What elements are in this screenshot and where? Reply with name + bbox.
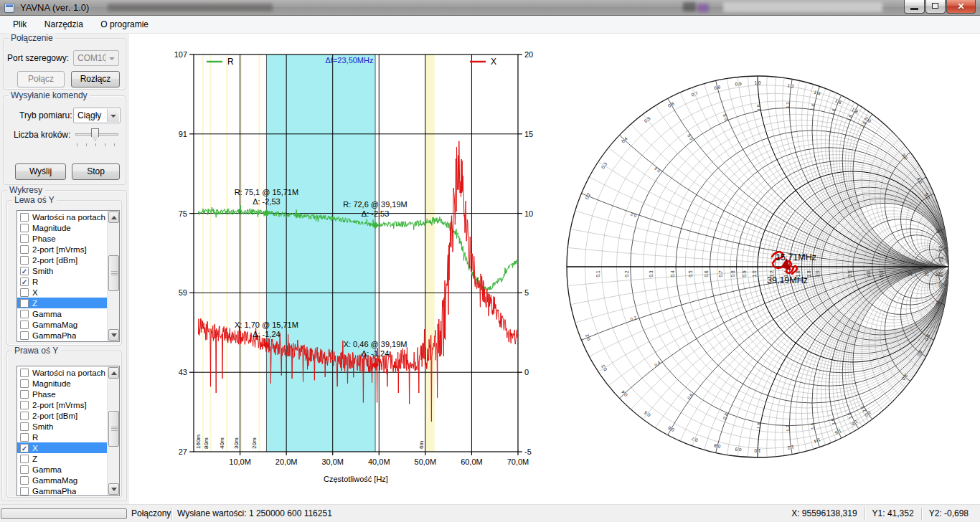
restore-button[interactable] [925,0,946,14]
marker-annotation: R: 75,1 @ 15,71M [235,188,298,196]
checkbox-icon[interactable] [20,465,29,474]
marker-annotation: R: 72,6 @ 39,19M [343,200,407,209]
checkbox-icon[interactable] [20,476,29,485]
scrollbar[interactable] [107,366,119,495]
checkbox-icon[interactable] [20,390,29,399]
smith-axis-label: 0.4 [670,270,675,277]
checkbox-checked-icon[interactable]: ✓ [20,444,29,452]
menu-plik[interactable]: Plik [6,16,34,32]
list-item-label: X [32,288,38,297]
list-item[interactable]: R [17,432,107,442]
checkbox-icon[interactable] [20,331,29,340]
stop-button[interactable]: Stop [72,163,120,180]
list-item[interactable]: Wartości na portach ADC [17,367,107,378]
list-item[interactable]: Gamma [17,464,107,475]
list-item[interactable]: Gamma [17,308,107,319]
band-highlight [202,54,204,452]
disconnect-button[interactable]: Rozłącz [71,71,120,87]
list-item[interactable]: 2-port [mVrms] [17,244,107,255]
scroll-down-icon[interactable] [108,329,119,341]
checkbox-icon[interactable] [20,369,29,377]
right-axis-tick-label: 20 [524,50,533,59]
checkbox-icon[interactable] [20,224,29,232]
checkbox-checked-icon[interactable]: ✓ [20,277,29,286]
smith-axis-label: 2.0 [815,270,820,277]
smith-axis-label: 0.3 [649,270,654,277]
list-item-label: Wartości na portach ADC [32,369,107,377]
list-item[interactable]: 2-port [mVrms] [17,399,107,410]
smith-inner-label: 1.2 [785,425,790,432]
groupbox-connection-legend: Połączenie [9,33,55,43]
checkbox-icon[interactable] [20,412,29,420]
list-item[interactable]: ✓R [17,276,107,287]
checkbox-icon[interactable] [20,379,29,388]
x-axis-tick-label: 50,0M [415,457,437,466]
list-item[interactable]: Magnitude [17,222,107,233]
left-axis-tick-label: 43 [179,368,187,376]
steps-slider[interactable] [74,127,120,148]
close-button[interactable]: ✕ [946,0,976,14]
scrollbar[interactable] [107,211,119,341]
right-axis-listbox[interactable]: Wartości na portach ADCMagnitudePhase2-p… [17,366,120,496]
list-item[interactable]: ✓X [17,442,107,453]
checkbox-checked-icon[interactable]: ✓ [20,267,29,275]
checkbox-icon[interactable] [20,310,29,318]
checkbox-icon[interactable] [20,455,29,463]
combo-dropdown[interactable] [105,52,118,65]
scrollbar-thumb[interactable] [108,255,119,291]
list-item[interactable]: Z [17,453,107,464]
list-item[interactable]: 2-port [dBm] [17,255,107,265]
menu-narzedzia[interactable]: Narzędzia [37,16,90,32]
list-item[interactable]: X [17,287,107,298]
list-item[interactable]: Phase [17,389,107,399]
scroll-down-icon[interactable] [108,483,119,495]
left-axis-listbox[interactable]: Wartości na portach ADCMagnitudePhase2-p… [17,210,120,342]
list-item[interactable]: Wartości na portach ADC [17,212,107,222]
list-item[interactable]: GammaMag [17,319,107,330]
smith-freq-label-1: 39,19MHz [767,275,808,285]
list-item[interactable]: ✓Smith [17,265,107,276]
checkbox-icon[interactable] [20,288,29,297]
list-item[interactable]: Smith [17,421,107,432]
serial-port-combo[interactable]: COM10 [73,50,119,66]
checkbox-icon[interactable] [20,321,29,329]
scroll-up-icon[interactable] [108,212,119,223]
send-button[interactable]: Wyślij [15,163,66,180]
list-item[interactable]: Phase [17,233,107,244]
legend-label-r: R [227,57,234,67]
checkbox-icon[interactable] [20,422,29,431]
list-item[interactable]: Z [17,298,107,308]
list-item[interactable]: GammaPha [17,485,107,496]
list-item-label: Smith [32,422,53,431]
list-item[interactable]: GammaMag [17,475,107,485]
list-item[interactable]: GammaPha [17,330,107,341]
slider-thumb[interactable] [91,128,99,141]
measure-mode-combo[interactable]: Ciągły [73,108,121,123]
scroll-up-icon[interactable] [108,367,119,379]
serial-port-value: COM10 [77,53,107,63]
titlebar-artifact [683,2,696,11]
checkbox-icon[interactable] [20,401,29,409]
x-axis-tick-label: 60,0M [461,457,483,466]
checkbox-icon[interactable] [20,299,29,308]
smith-chart[interactable]: 0.10.20.30.40.50.60.70.80.91.01.21.41.61… [560,65,961,473]
list-item[interactable]: 2-port [dBm] [17,410,107,421]
minimize-button[interactable] [904,0,925,14]
checkbox-icon[interactable] [20,433,29,442]
menu-o-programie[interactable]: O programie [93,16,156,32]
titlebar-artifact [108,4,273,11]
checkbox-icon[interactable] [20,256,29,265]
list-item-label: 2-port [dBm] [32,412,77,420]
checkbox-icon[interactable] [20,487,29,495]
connect-button[interactable]: Połącz [17,71,65,87]
combo-dropdown[interactable] [107,109,119,122]
main-chart[interactable]: 160m80m40m30m20m6m107917559432720151050-… [133,36,545,502]
smith-axis-label: 4.0 [866,270,871,277]
list-item[interactable]: Magnitude [17,378,107,389]
scrollbar-thumb[interactable] [108,411,119,447]
checkbox-icon[interactable] [20,213,29,222]
window-title: YAVNA (ver. 1.0) [20,2,89,13]
checkbox-icon[interactable] [20,245,29,254]
smith-axis-label: 0.5 [688,270,693,277]
checkbox-icon[interactable] [20,234,29,243]
